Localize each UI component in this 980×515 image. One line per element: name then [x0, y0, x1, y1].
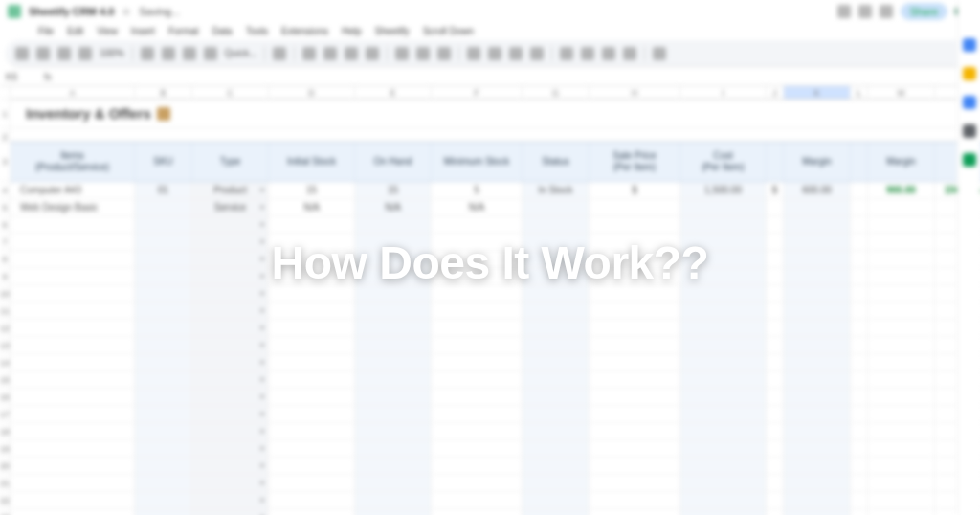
link-icon[interactable] [560, 47, 573, 60]
comment-add-icon[interactable] [581, 47, 594, 60]
zoom-select[interactable]: 100% [100, 48, 124, 58]
cell[interactable] [135, 251, 192, 267]
cell[interactable] [11, 216, 135, 233]
meet-icon[interactable] [880, 5, 893, 18]
row-header[interactable]: 18 [0, 423, 11, 440]
cell[interactable] [135, 199, 192, 215]
cell[interactable] [11, 354, 135, 370]
cell[interactable] [192, 337, 269, 353]
cell[interactable] [269, 406, 355, 422]
cell[interactable] [767, 406, 784, 422]
cell[interactable]: 01 [135, 182, 192, 198]
row-header[interactable]: 11 [0, 302, 11, 320]
cell[interactable] [11, 234, 135, 250]
cell[interactable] [269, 285, 355, 302]
cell[interactable] [680, 216, 767, 233]
row-header[interactable]: 3 [0, 142, 11, 182]
cell[interactable] [767, 492, 784, 508]
row-header[interactable]: 16 [0, 389, 11, 406]
cell[interactable] [355, 302, 432, 319]
cell[interactable]: 5 [432, 182, 523, 198]
cell[interactable] [590, 337, 680, 353]
cell[interactable] [355, 234, 432, 250]
cell[interactable] [11, 251, 135, 267]
cell[interactable] [680, 251, 767, 267]
table-row[interactable] [11, 371, 980, 389]
cell[interactable] [523, 423, 590, 439]
column-header[interactable]: B [135, 86, 192, 100]
cell[interactable]: Product [192, 182, 269, 198]
row-header[interactable]: 2 [0, 128, 11, 142]
cell[interactable] [432, 458, 523, 474]
cell[interactable] [523, 216, 590, 233]
cell[interactable] [851, 389, 868, 405]
cell[interactable] [590, 354, 680, 370]
cell[interactable] [135, 423, 192, 439]
cell[interactable] [269, 475, 355, 491]
cell[interactable] [767, 268, 784, 284]
star-icon[interactable]: ☆ [122, 6, 131, 18]
bold-icon[interactable] [302, 47, 316, 60]
table-row[interactable] [11, 406, 980, 423]
cell[interactable] [269, 354, 355, 370]
row-header[interactable]: 21 [0, 475, 11, 492]
cell[interactable] [135, 389, 192, 405]
cell[interactable] [680, 199, 767, 215]
cell[interactable] [767, 509, 784, 515]
cell[interactable] [135, 268, 192, 284]
cell[interactable] [784, 337, 851, 353]
history-icon[interactable] [837, 5, 851, 18]
cell[interactable] [269, 440, 355, 457]
cell[interactable] [784, 216, 851, 233]
font-select[interactable]: Quick... [225, 48, 257, 58]
table-row[interactable] [11, 423, 980, 440]
cell[interactable] [590, 285, 680, 302]
row-header[interactable]: 1 [0, 100, 11, 128]
cell[interactable] [680, 389, 767, 405]
cell[interactable] [192, 406, 269, 422]
column-header[interactable]: C [192, 86, 269, 100]
cell[interactable] [590, 234, 680, 250]
merge-icon[interactable] [437, 47, 451, 60]
cell[interactable] [784, 406, 851, 422]
menu-data[interactable]: Data [212, 26, 233, 36]
cell[interactable] [767, 337, 784, 353]
cell[interactable] [590, 406, 680, 422]
cell[interactable] [355, 458, 432, 474]
cell[interactable] [11, 268, 135, 284]
table-row[interactable] [11, 492, 980, 509]
table-row[interactable] [11, 475, 980, 492]
cell[interactable] [784, 440, 851, 457]
cell[interactable] [11, 423, 135, 439]
table-row[interactable] [11, 337, 980, 354]
cell[interactable] [784, 371, 851, 388]
cell[interactable] [767, 251, 784, 267]
cell[interactable] [11, 458, 135, 474]
cell[interactable] [192, 389, 269, 405]
cell[interactable] [767, 354, 784, 370]
valign-icon[interactable] [488, 47, 501, 60]
cell[interactable] [355, 251, 432, 267]
row-header[interactable]: 9 [0, 268, 11, 285]
cell[interactable] [432, 285, 523, 302]
cell[interactable] [851, 251, 868, 267]
cell[interactable] [851, 458, 868, 474]
cell[interactable] [192, 251, 269, 267]
cell[interactable] [767, 389, 784, 405]
cell[interactable] [767, 199, 784, 215]
cell[interactable] [432, 251, 523, 267]
cell[interactable] [767, 458, 784, 474]
cell[interactable] [269, 251, 355, 267]
cell[interactable] [11, 285, 135, 302]
cell[interactable] [851, 320, 868, 336]
cell[interactable] [11, 406, 135, 422]
cell[interactable]: 15 [269, 182, 355, 198]
strike-icon[interactable] [345, 47, 358, 60]
cell[interactable] [523, 440, 590, 457]
row-header[interactable]: 19 [0, 440, 11, 458]
cell[interactable] [523, 302, 590, 319]
column-header[interactable]: J [767, 86, 784, 100]
cell[interactable] [680, 337, 767, 353]
filter-icon[interactable] [623, 47, 636, 60]
cell[interactable] [135, 337, 192, 353]
